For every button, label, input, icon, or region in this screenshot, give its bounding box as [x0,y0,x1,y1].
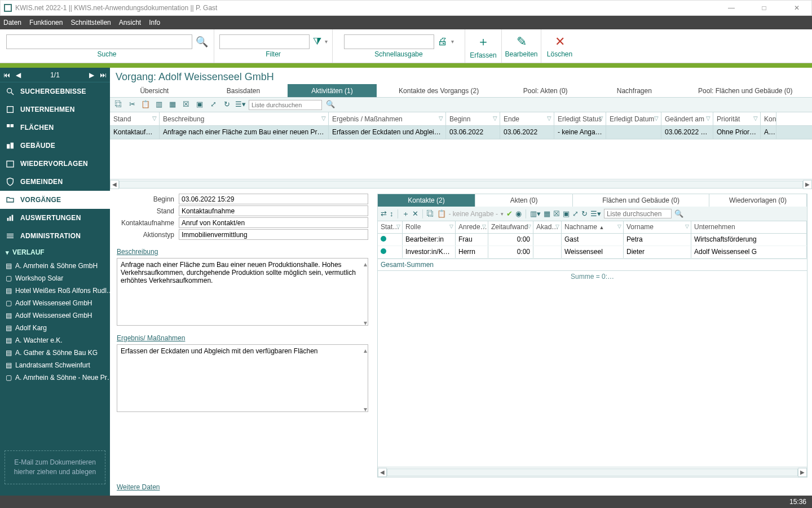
grid-search-input[interactable] [249,100,322,110]
search-icon[interactable]: 🔍 [196,36,208,48]
col-stand[interactable]: Stand▽ [110,112,160,125]
tab-uebersicht[interactable]: Übersicht [110,84,199,97]
nav-suchergebnisse[interactable]: SUCHERGEBNISSE [0,82,110,100]
schnell-input[interactable] [344,34,434,49]
window-maximize-button[interactable]: □ [753,4,775,12]
filter-icon[interactable]: ▽ [654,115,659,121]
col-ende[interactable]: Ende▽ [500,112,554,125]
tab-pool-akten[interactable]: Pool: Akten (0) [501,84,590,97]
paste-icon[interactable]: 📋 [437,209,446,218]
menu-info[interactable]: Info [149,19,160,27]
scroll-left-icon[interactable]: ◀ [378,468,387,477]
kcol-nachname[interactable]: Nachname ▲▽ [562,221,624,233]
verlauf-item[interactable]: ▤ A. Gather & Söhne Bau KG [0,347,110,359]
kontakte-hscrollbar[interactable]: ◀ ▶ [378,467,807,477]
kcol-rolle[interactable]: Rolle▽ [403,221,456,233]
refresh-icon[interactable]: ↻ [581,209,588,218]
verlauf-item[interactable]: ▢ Workshop Solar [0,272,110,284]
window-minimize-button[interactable]: — [720,4,743,12]
email-dropzone[interactable]: E-Mail zum Dokumentieren hierher ziehen … [5,450,105,484]
filter-icon[interactable]: ▽ [706,115,710,121]
verlauf-item[interactable]: ▤ A. Wachter e.K. [0,334,110,347]
col-geaendert[interactable]: Geändert am▽ [661,112,713,125]
layout-icon[interactable]: ▦ [544,209,550,218]
menu-ansicht[interactable]: Ansicht [119,19,141,27]
subtab-kontakte[interactable]: Kontakte (2) [378,194,475,207]
verlauf-item[interactable]: ▤ Adolf Weissenseel GmbH [0,309,110,322]
scroll-right-icon[interactable]: ▶ [798,468,807,477]
verlauf-item[interactable]: ▢ Adolf Weissenseel GmbH [0,297,110,309]
erfassen-button[interactable]: ＋ Erfassen [465,29,502,63]
nav-gemeinden[interactable]: GEMEINDEN [0,173,110,191]
search-input[interactable] [6,34,192,49]
paste-icon[interactable]: 📋 [140,100,151,110]
bearbeiten-button[interactable]: ✎ Bearbeiten [502,29,541,63]
pager-first-icon[interactable]: ⏮ [3,71,10,79]
filter-icon[interactable]: ▽ [493,115,497,121]
tab-nachfragen[interactable]: Nachfragen [590,84,679,97]
tab-aktivitaeten[interactable]: Aktivitäten (1) [288,84,377,97]
columns-icon[interactable]: ▥ [154,100,164,110]
tab-pool-flaechen[interactable]: Pool: Flächen und Gebäude (0) [679,84,812,97]
col-erledigt-datum[interactable]: Erledigt Datum▽ [606,112,661,125]
stand-field[interactable] [179,205,368,216]
kcol-status[interactable]: Stat…▽ [378,221,403,233]
sort-icon[interactable]: ↕ [390,209,394,218]
col-kontakt[interactable]: Kon [761,112,776,125]
refresh-icon[interactable]: ↻ [222,100,232,110]
check-icon[interactable]: ✔ [506,209,513,218]
add-icon[interactable]: ＋ [402,209,409,219]
verlauf-item[interactable]: ▤ Landratsamt Schweinfurt [0,359,110,371]
globe-icon[interactable]: ◉ [515,209,522,218]
col-ergebnis[interactable]: Ergebnis / Maßnahmen▽ [329,112,446,125]
loeschen-button[interactable]: ✕ Löschen [541,29,578,63]
kontakte-search-input[interactable] [604,209,672,218]
list-icon[interactable]: ☰▾ [590,209,601,218]
search-icon[interactable]: 🔍 [674,209,683,218]
cut-icon[interactable]: ✂ [127,100,137,110]
link-icon[interactable]: ⇄ [381,209,387,218]
print-dropdown-icon[interactable]: ▾ [451,38,454,45]
scroll-right-icon[interactable]: ▶ [803,180,812,189]
scroll-left-icon[interactable]: ◀ [110,180,119,189]
kcol-zeitaufwand[interactable]: Zeitaufwand▽ [488,221,533,233]
pager-prev-icon[interactable]: ◀ [16,71,21,79]
tab-kontakte-vorgang[interactable]: Kontakte des Vorgangs (2) [377,84,501,97]
ergebnis-textarea[interactable]: Erfassen der Eckdaten und Abgleich mit d… [117,344,368,412]
verlauf-item[interactable]: ▤ Hotel Weißes Roß Alfons Rudl… [0,284,110,297]
layout-icon[interactable]: ▣ [195,100,205,110]
menu-schnittstellen[interactable]: Schnittstellen [70,19,111,27]
kontaktaufnahme-field[interactable] [179,217,368,228]
subtab-flaechen[interactable]: Flächen und Gebäude (0) [573,194,709,207]
copy-icon[interactable]: ⿻ [427,209,434,218]
kcol-vorname[interactable]: Vorname▽ [624,221,691,233]
kcol-anrede[interactable]: Anrede…▽ [456,221,488,233]
nav-wiedervorlagen[interactable]: WIEDERVORLAGEN [0,155,110,173]
nav-flaechen[interactable]: FLÄCHEN [0,119,110,137]
verlauf-item[interactable]: ▤ A. Amrhein & Söhne GmbH [0,260,110,272]
filter-icon[interactable]: ▽ [152,115,157,121]
nav-administration[interactable]: ADMINISTRATION [0,227,110,245]
export-excel-icon[interactable]: ☒ [181,100,191,110]
col-beginn[interactable]: Beginn▽ [446,112,500,125]
export-excel-icon[interactable]: ☒ [553,209,560,218]
col-beschreibung[interactable]: Beschreibung▽ [160,112,329,125]
nav-auswertungen[interactable]: AUSWERTUNGEN [0,209,110,227]
subtab-wiedervorlagen[interactable]: Wiedervorlagen (0) [709,194,807,207]
funnel-icon[interactable]: ⧩ [313,36,321,47]
kontakte-row[interactable]: Bearbeiter:in Frau 0:00 Gast Petra Wirts… [378,234,807,246]
verlauf-item[interactable]: ▢ A. Amrhein & Söhne - Neue Pr… [0,371,110,384]
filter-dropdown-icon[interactable]: ▾ [325,38,328,45]
kcol-unternehmen[interactable]: Unternehmen [691,221,807,233]
copy-icon[interactable]: ⿻ [113,100,123,110]
menu-daten[interactable]: Daten [3,19,21,27]
sort-icon[interactable]: ▦ [167,100,178,110]
columns-icon[interactable]: ▥▾ [530,209,541,218]
pager-next-icon[interactable]: ▶ [89,71,94,79]
window-close-button[interactable]: ✕ [785,4,808,12]
menu-funktionen[interactable]: Funktionen [29,19,63,27]
filter-icon[interactable]: ▽ [547,115,551,121]
filter-icon[interactable]: ▽ [321,115,326,121]
filter-icon[interactable]: ▽ [599,115,603,121]
filter-input[interactable] [219,34,310,49]
